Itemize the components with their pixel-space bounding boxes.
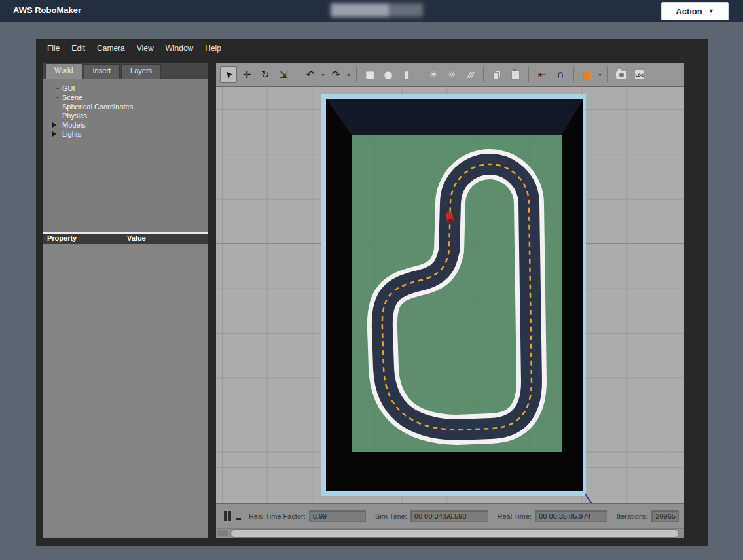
scene-canvas[interactable] bbox=[216, 87, 684, 503]
menu-window[interactable]: Window bbox=[160, 41, 200, 56]
redo-history-button[interactable]: ▾ bbox=[346, 66, 352, 83]
menu-help[interactable]: Help bbox=[199, 41, 227, 56]
real-time-factor-value: 0.99 bbox=[309, 510, 366, 522]
blurred-account-text bbox=[331, 3, 423, 17]
insert-cylinder-button[interactable]: ▮ bbox=[398, 66, 415, 83]
property-table-header: Property Value bbox=[43, 232, 208, 244]
tree-item-physics[interactable]: Physics bbox=[43, 112, 208, 121]
undo-icon: ↶ bbox=[306, 69, 315, 80]
toolbar-separator bbox=[528, 67, 529, 82]
directional-rays-icon: /// bbox=[467, 71, 473, 79]
menu-file[interactable]: File bbox=[41, 41, 65, 56]
snap-button[interactable]: ∩ bbox=[552, 66, 569, 83]
sphere-icon: ● bbox=[384, 69, 392, 80]
toolbar-separator bbox=[607, 67, 608, 82]
move-icon: ✛ bbox=[243, 69, 251, 80]
app-title: AWS RoboMaker bbox=[13, 5, 81, 15]
value-column-header: Value bbox=[127, 234, 146, 244]
copy-icon bbox=[493, 70, 501, 79]
sun-icon: ☀ bbox=[429, 69, 437, 80]
pause-button[interactable] bbox=[224, 511, 231, 521]
blur-segment bbox=[331, 3, 389, 17]
redo-icon: ↷ bbox=[332, 69, 340, 80]
directional-light-button[interactable]: /// bbox=[462, 66, 479, 83]
toolbar-separator bbox=[297, 67, 297, 82]
tree-item-lights[interactable]: Lights bbox=[43, 130, 208, 139]
log-icon: LOG bbox=[635, 70, 644, 79]
gazebo-window: File Edit Camera View Window Help World … bbox=[36, 39, 708, 546]
tab-insert[interactable]: Insert bbox=[84, 64, 120, 79]
chevron-down-icon: ▼ bbox=[708, 8, 714, 14]
toolbar-separator bbox=[483, 67, 484, 82]
redo-button[interactable]: ↷ bbox=[327, 66, 344, 83]
simulation-status-bar: Real Time Factor: 0.99 Sim Time: 00 00:3… bbox=[216, 503, 684, 528]
toolbar-separator bbox=[420, 67, 420, 82]
scrollbar-left-button[interactable] bbox=[217, 530, 228, 536]
aws-top-bar: AWS RoboMaker Action ▼ bbox=[0, 0, 743, 22]
real-time-value: 00 00:35:05.974 bbox=[535, 510, 607, 522]
menu-camera[interactable]: Camera bbox=[91, 41, 131, 56]
scale-icon: ⇲ bbox=[280, 69, 288, 80]
real-time-label: Real Time: bbox=[498, 512, 532, 520]
blur-segment-dark bbox=[389, 3, 423, 17]
property-table-body bbox=[43, 244, 208, 538]
spot-light-button[interactable]: ☼ bbox=[443, 66, 460, 83]
gazebo-toolbar: ➤ ✛ ↻ ⇲ ↶ ▾ ↷ ▾ ■ ● ▮ ☀ ☼ /// ⇤ ∩ ■ ▾ bbox=[216, 63, 684, 87]
arena-wall-top bbox=[326, 99, 583, 135]
toolbar-separator bbox=[573, 67, 574, 82]
cube-icon: ■ bbox=[365, 69, 374, 80]
spotlight-icon: ☼ bbox=[447, 69, 456, 80]
panel-tabs: World Insert Layers bbox=[43, 63, 208, 79]
render-viewport[interactable] bbox=[216, 87, 684, 503]
camera-icon bbox=[616, 71, 626, 79]
toolbar-separator bbox=[356, 67, 357, 82]
iterations-label: Iterations: bbox=[617, 512, 648, 520]
action-button-label: Action bbox=[676, 7, 702, 16]
step-button[interactable] bbox=[236, 518, 241, 520]
action-button[interactable]: Action ▼ bbox=[661, 2, 729, 20]
viewport-column: ➤ ✛ ↻ ⇲ ↶ ▾ ↷ ▾ ■ ● ▮ ☀ ☼ /// ⇤ ∩ ■ ▾ bbox=[216, 63, 684, 538]
axis-artifact-line bbox=[585, 494, 593, 503]
paste-icon bbox=[511, 70, 520, 80]
align-icon: ⇤ bbox=[538, 69, 547, 80]
point-light-button[interactable]: ☀ bbox=[425, 66, 442, 83]
sim-time-value: 00 00:34:56.598 bbox=[410, 510, 488, 522]
rotate-icon: ↻ bbox=[261, 69, 270, 80]
view-box-icon: ■ bbox=[583, 69, 592, 80]
undo-button[interactable]: ↶ bbox=[302, 66, 319, 83]
tree-item-spherical-coordinates[interactable]: Spherical Coordinates bbox=[43, 103, 208, 112]
insert-sphere-button[interactable]: ● bbox=[380, 66, 397, 83]
scale-tool-button[interactable]: ⇲ bbox=[275, 66, 292, 83]
cursor-arrow-icon: ➤ bbox=[221, 67, 236, 81]
select-tool-button[interactable]: ➤ bbox=[220, 66, 237, 83]
change-view-button[interactable]: ■ bbox=[579, 66, 596, 83]
world-panel: World Insert Layers GUI Scene Spherical … bbox=[43, 63, 208, 538]
rotate-tool-button[interactable]: ↻ bbox=[257, 66, 274, 83]
tree-item-gui[interactable]: GUI bbox=[43, 84, 208, 94]
menu-view[interactable]: View bbox=[131, 41, 160, 56]
paste-button[interactable] bbox=[507, 66, 524, 83]
screenshot-button[interactable] bbox=[613, 66, 630, 83]
world-tree: GUI Scene Spherical Coordinates Physics … bbox=[43, 82, 208, 232]
change-view-dropdown[interactable]: ▾ bbox=[597, 66, 603, 83]
tab-world[interactable]: World bbox=[45, 63, 82, 79]
magnet-icon: ∩ bbox=[557, 69, 564, 80]
menu-bar: File Edit Camera View Window Help bbox=[41, 41, 227, 56]
property-column-header: Property bbox=[43, 234, 127, 244]
tab-layers[interactable]: Layers bbox=[121, 64, 161, 79]
tree-item-scene[interactable]: Scene bbox=[43, 94, 208, 103]
align-button[interactable]: ⇤ bbox=[534, 66, 551, 83]
translate-tool-button[interactable]: ✛ bbox=[238, 66, 255, 83]
cylinder-icon: ▮ bbox=[404, 69, 409, 80]
insert-box-button[interactable]: ■ bbox=[361, 66, 378, 83]
log-record-button[interactable]: LOG bbox=[631, 66, 648, 83]
sim-time-label: Sim Time: bbox=[375, 512, 407, 520]
scrollbar-thumb[interactable] bbox=[230, 529, 679, 538]
copy-button[interactable] bbox=[488, 66, 505, 83]
menu-edit[interactable]: Edit bbox=[65, 41, 91, 56]
iterations-value: 20965 bbox=[651, 510, 679, 522]
undo-history-button[interactable]: ▾ bbox=[320, 66, 326, 83]
tree-item-models[interactable]: Models bbox=[43, 121, 208, 130]
horizontal-scrollbar[interactable] bbox=[216, 528, 684, 538]
real-time-factor-label: Real Time Factor: bbox=[249, 512, 306, 520]
